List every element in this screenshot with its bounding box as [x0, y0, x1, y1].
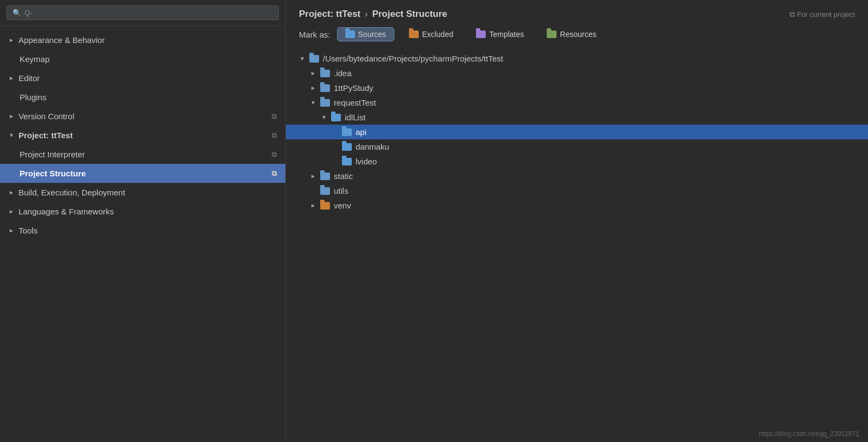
tree-item-label: lvideo	[356, 157, 377, 166]
tree-row-utils[interactable]: utils	[286, 183, 868, 198]
excluded-button-label: Excluded	[422, 30, 454, 39]
sidebar-nav: ► Appearance & Behavior Keymap ► Editor …	[0, 26, 285, 442]
content-header: Project: ttTest › Project Structure ⧉ Fo…	[286, 0, 868, 20]
search-input[interactable]	[25, 9, 273, 17]
sidebar-item-version-control[interactable]: ► Version Control ⧉	[0, 107, 285, 126]
mark-as-resources-button[interactable]: Resources	[539, 27, 604, 41]
tree-row-1ttpystudy[interactable]: ► 1ttPyStudy	[286, 81, 868, 95]
templates-folder-icon	[476, 30, 486, 38]
folder-icon	[320, 70, 330, 77]
breadcrumb: Project: ttTest › Project Structure	[299, 9, 447, 20]
search-bar: 🔍	[0, 0, 285, 26]
footer-link-text: https://blog.csdn.net/qq_23912871	[759, 430, 859, 438]
arrow-icon: ▼	[310, 100, 316, 106]
breadcrumb-part2: Project Structure	[372, 9, 447, 20]
sidebar-item-tools[interactable]: ► Tools	[0, 221, 285, 240]
tree-row-api[interactable]: api	[286, 125, 868, 139]
search-wrap[interactable]: 🔍	[7, 5, 279, 20]
sidebar-item-label: Tools	[19, 226, 38, 235]
copy-icon: ⧉	[790, 10, 795, 19]
arrow-icon: ►	[310, 173, 316, 179]
sidebar-item-plugins[interactable]: Plugins	[0, 88, 285, 107]
sidebar-item-label: Version Control	[19, 112, 75, 121]
arrow-icon: ►	[9, 37, 14, 43]
resources-folder-icon	[547, 30, 557, 38]
main-content: Project: ttTest › Project Structure ⧉ Fo…	[286, 0, 868, 442]
sidebar-item-label: Appearance & Behavior	[19, 35, 105, 45]
folder-icon	[331, 114, 341, 121]
tree-item-label: /Users/bytedance/Projects/pycharmProject…	[323, 54, 503, 63]
copy-icon: ⧉	[272, 150, 277, 159]
folder-icon	[342, 158, 352, 165]
arrow-icon: ►	[9, 189, 14, 195]
search-icon: 🔍	[13, 9, 21, 17]
footer: https://blog.csdn.net/qq_23912871	[286, 426, 868, 442]
tree-item-label: 1ttPyStudy	[334, 83, 374, 93]
sidebar-item-languages-frameworks[interactable]: ► Languages & Frameworks	[0, 202, 285, 221]
arrow-icon: ▼	[299, 56, 305, 62]
for-current-project[interactable]: ⧉ For current project	[790, 10, 855, 19]
sidebar-item-label: Build, Execution, Deployment	[19, 188, 125, 197]
sources-folder-icon	[345, 30, 355, 38]
arrow-icon: ▼	[321, 114, 327, 120]
tree-item-label: utils	[334, 186, 349, 195]
sidebar-item-project-tttest[interactable]: ▼ Project: ttTest ⧉	[0, 126, 285, 145]
breadcrumb-separator: ›	[365, 9, 368, 19]
file-tree: ▼ /Users/bytedance/Projects/pycharmProje…	[286, 49, 868, 426]
sidebar-item-project-structure[interactable]: Project Structure ⧉	[0, 164, 285, 183]
sources-button-label: Sources	[358, 30, 386, 39]
tree-item-label: danmaku	[356, 142, 389, 151]
arrow-icon: ►	[9, 75, 14, 81]
tree-row-idllist[interactable]: ▼ idlList	[286, 110, 868, 125]
sidebar-item-label: Editor	[19, 73, 40, 83]
tree-item-label: venv	[334, 201, 351, 210]
tree-item-label: static	[334, 171, 353, 181]
folder-icon	[320, 173, 330, 180]
arrow-icon: ►	[310, 85, 316, 91]
excluded-folder-icon	[409, 30, 419, 38]
sidebar-item-keymap[interactable]: Keymap	[0, 50, 285, 69]
folder-icon	[320, 187, 330, 195]
tree-row-danmaku[interactable]: danmaku	[286, 139, 868, 154]
tree-row-venv[interactable]: ► venv	[286, 198, 868, 213]
sidebar-item-label: Project Structure	[20, 169, 86, 178]
tree-item-label: requestTest	[334, 98, 376, 107]
copy-icon: ⧉	[272, 131, 277, 140]
mark-as-excluded-button[interactable]: Excluded	[401, 27, 462, 41]
folder-icon	[320, 84, 330, 92]
sidebar-item-label: Keymap	[20, 54, 50, 64]
arrow-icon: ►	[9, 208, 14, 214]
copy-icon: ⧉	[272, 112, 277, 121]
sidebar-item-label: Project Interpreter	[20, 150, 85, 159]
sidebar-item-editor[interactable]: ► Editor	[0, 69, 285, 88]
mark-as-sources-button[interactable]: Sources	[337, 27, 394, 41]
tree-item-label: api	[356, 127, 366, 137]
resources-button-label: Resources	[560, 30, 596, 39]
folder-icon	[320, 202, 330, 210]
arrow-icon: ►	[310, 202, 316, 208]
tree-row-static[interactable]: ► static	[286, 169, 868, 183]
settings-sidebar: 🔍 ► Appearance & Behavior Keymap ► Edito…	[0, 0, 286, 442]
breadcrumb-part1: Project: ttTest	[299, 9, 360, 20]
tree-row-lvideo[interactable]: lvideo	[286, 154, 868, 169]
sidebar-item-label: Plugins	[20, 93, 46, 102]
folder-icon	[342, 128, 352, 136]
tree-row-requesttest[interactable]: ▼ requestTest	[286, 95, 868, 110]
arrow-icon: ▼	[9, 132, 14, 138]
tree-item-label: .idea	[334, 69, 352, 78]
arrow-icon: ►	[310, 70, 316, 76]
sidebar-item-label: Languages & Frameworks	[19, 207, 114, 216]
sidebar-item-project-interpreter[interactable]: Project Interpreter ⧉	[0, 145, 285, 164]
sidebar-item-label: Project: ttTest	[19, 131, 73, 140]
sidebar-item-build-execution[interactable]: ► Build, Execution, Deployment	[0, 183, 285, 202]
copy-icon: ⧉	[272, 169, 277, 178]
folder-icon	[320, 99, 330, 107]
mark-as-label: Mark as:	[299, 30, 331, 39]
for-current-project-label: For current project	[797, 10, 855, 19]
tree-row-root[interactable]: ▼ /Users/bytedance/Projects/pycharmProje…	[286, 51, 868, 66]
mark-as-bar: Mark as: Sources Excluded Templates Reso…	[286, 20, 868, 49]
tree-item-label: idlList	[345, 113, 365, 122]
mark-as-templates-button[interactable]: Templates	[468, 27, 532, 41]
sidebar-item-appearance[interactable]: ► Appearance & Behavior	[0, 30, 285, 50]
tree-row-idea[interactable]: ► .idea	[286, 66, 868, 81]
